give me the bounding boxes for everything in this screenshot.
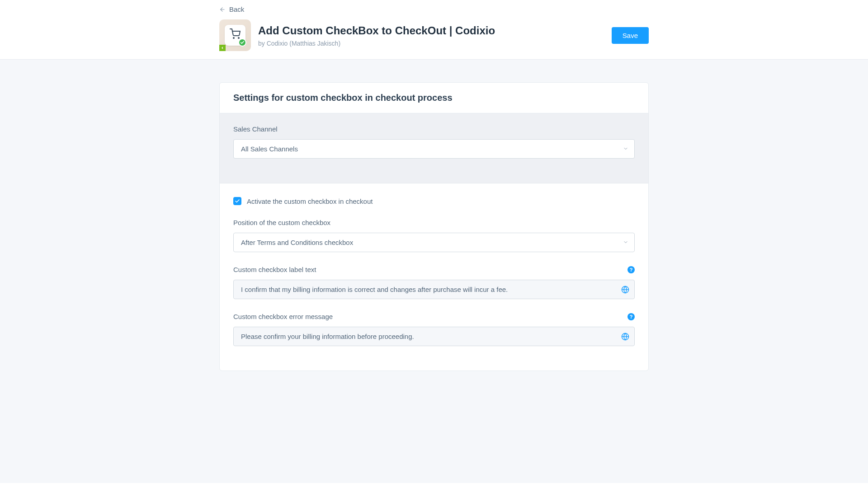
main-content: Settings for custom checkbox in checkout… — [0, 60, 868, 483]
back-button[interactable]: Back — [219, 5, 244, 13]
sales-channel-select[interactable]: All Sales Channels — [233, 139, 635, 159]
back-label: Back — [229, 5, 244, 13]
page-byline: by Codixio (Matthias Jakisch) — [258, 40, 604, 47]
globe-icon[interactable] — [621, 333, 629, 341]
page-header: Back Add Custom CheckBox to CheckOut | C… — [0, 0, 868, 60]
save-button[interactable]: Save — [612, 27, 649, 44]
checkmark-badge-icon — [238, 38, 246, 47]
position-label: Position of the custom checkbox — [233, 219, 635, 226]
card-title: Settings for custom checkbox in checkout… — [233, 93, 635, 103]
svg-point-1 — [233, 38, 234, 38]
settings-card: Settings for custom checkbox in checkout… — [219, 82, 649, 371]
arrow-left-icon — [219, 6, 226, 13]
label-text-label: Custom checkbox label text — [233, 266, 316, 273]
plugin-corner-icon — [219, 45, 226, 51]
error-message-input[interactable] — [233, 327, 635, 346]
svg-point-2 — [238, 38, 239, 38]
label-text-input[interactable] — [233, 280, 635, 299]
help-icon[interactable]: ? — [627, 266, 635, 273]
page-title: Add Custom CheckBox to CheckOut | Codixi… — [258, 23, 604, 38]
activate-checkbox[interactable] — [233, 197, 241, 205]
help-icon[interactable]: ? — [627, 313, 635, 320]
globe-icon[interactable] — [621, 286, 629, 294]
error-message-label: Custom checkbox error message — [233, 313, 333, 320]
activate-checkbox-label[interactable]: Activate the custom checkbox in checkout — [247, 197, 373, 205]
sales-channel-label: Sales Channel — [233, 125, 635, 133]
position-select[interactable]: After Terms and Conditions checkbox — [233, 233, 635, 252]
app-icon — [219, 19, 251, 51]
